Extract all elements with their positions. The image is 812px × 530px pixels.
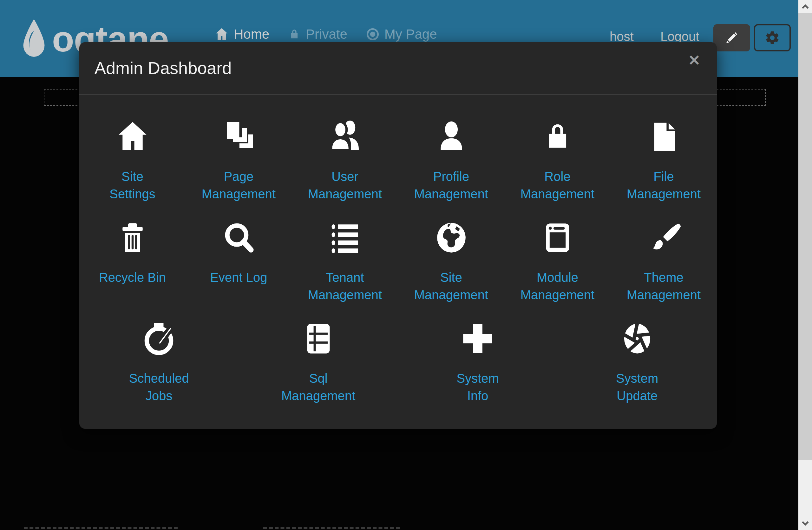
list-icon [327,220,363,256]
tile-label: SqlManagement [281,370,355,405]
tile-label: SystemUpdate [616,370,658,405]
spreadsheet-icon [301,321,336,356]
tile-label-line: Event Log [210,269,267,286]
admin-tile-recycle-bin[interactable]: Recycle Bin [79,220,186,304]
nav-item-private[interactable]: Private [288,27,347,42]
tile-label: Event Log [210,269,267,286]
admin-tile-system-info[interactable]: SystemInfo [398,321,557,405]
modal-header: Admin Dashboard ✕ [79,42,717,94]
admin-tile-sql-management[interactable]: SqlManagement [239,321,398,405]
tile-label-line: Sql [281,370,355,387]
browser-icon [540,220,575,256]
scrollbar-thumb[interactable] [798,13,812,460]
tile-label-line: Site [414,269,488,286]
admin-tile-user-management[interactable]: UserManagement [292,119,398,203]
tile-label-line: Management [627,185,701,203]
nav-item-my-page[interactable]: My Page [366,27,437,42]
droplet-logo-icon [20,18,47,65]
nav-label: Private [306,27,347,42]
tile-label-line: Recycle Bin [99,269,166,286]
brush-icon [646,220,682,256]
clipped-footer-fragment [24,527,178,529]
pencil-icon [724,30,739,45]
gear-icon [765,30,780,45]
chevron-down-icon [801,520,809,526]
record-icon [366,27,380,41]
admin-tile-module-management[interactable]: ModuleManagement [504,220,611,304]
admin-tile-row: ScheduledJobs SqlManagement SystemInfo S… [79,321,717,405]
tile-label-line: User [308,168,382,185]
clipped-footer-fragment [263,527,400,529]
tile-label-line: File [627,168,701,185]
admin-tile-role-management[interactable]: RoleManagement [504,119,611,203]
tile-label: ProfileManagement [414,168,488,203]
magnifying-glass-icon [221,220,257,256]
modal-title: Admin Dashboard [95,58,232,78]
tile-label: ScheduledJobs [129,370,189,405]
home-icon [214,27,229,42]
tile-label: PageManagement [202,168,276,203]
admin-tile-tenant-management[interactable]: TenantManagement [292,220,398,304]
admin-tile-profile-management[interactable]: ProfileManagement [398,119,504,203]
tile-label-line: Management [521,286,594,304]
admin-tile-site-settings[interactable]: SiteSettings [79,119,186,203]
close-icon[interactable]: ✕ [688,53,700,68]
admin-tile-row: SiteSettings PageManagement UserManageme… [79,119,717,203]
tile-label-line: Theme [627,269,701,286]
admin-tile-system-update[interactable]: SystemUpdate [557,321,717,405]
tile-label: ModuleManagement [521,269,594,304]
tile-label-line: Management [414,185,488,203]
nav-label: My Page [385,27,437,42]
vertical-scrollbar [798,0,812,530]
tile-label-line: Management [308,286,382,304]
file-icon [646,119,682,155]
scroll-down-button[interactable] [798,517,812,530]
admin-tile-theme-management[interactable]: ThemeManagement [611,220,717,304]
tile-label-line: Management [521,185,594,203]
tile-label: SiteSettings [110,168,156,203]
tile-label-line: System [457,370,499,387]
admin-dashboard-modal: Admin Dashboard ✕ SiteSettings PageManag… [79,42,717,429]
home-icon [115,119,150,155]
logout-link[interactable]: Logout [661,29,699,44]
tile-label: ThemeManagement [627,269,701,304]
tile-label-line: Jobs [129,387,189,405]
scroll-up-button[interactable] [798,0,812,13]
timer-icon [141,321,177,356]
tile-label-line: Scheduled [129,370,189,387]
nav-label: Home [234,27,269,42]
tile-label-line: Module [521,269,594,286]
aperture-icon [620,321,655,356]
person-icon [434,119,469,155]
edit-mode-button[interactable] [713,24,750,52]
tile-label: SystemInfo [457,370,499,405]
trash-icon [115,220,150,256]
tile-label-line: Settings [110,185,156,203]
layers-icon [221,119,257,155]
globe-icon [434,220,469,256]
tile-label-line: Management [202,185,276,203]
admin-tile-scheduled-jobs[interactable]: ScheduledJobs [79,321,239,405]
tile-label-line: System [616,370,658,387]
admin-tile-row: Recycle Bin Event Log TenantManagement S… [79,220,717,304]
tile-label-line: Profile [414,168,488,185]
tile-label: RoleManagement [521,168,594,203]
admin-tile-event-log[interactable]: Event Log [186,220,292,304]
tile-label-line: Management [281,387,355,405]
admin-tile-grid: SiteSettings PageManagement UserManageme… [79,95,717,405]
tile-label-line: Management [627,286,701,304]
admin-tile-file-management[interactable]: FileManagement [611,119,717,203]
settings-button[interactable] [754,24,791,52]
tile-label: TenantManagement [308,269,382,304]
lock-icon [540,119,575,155]
nav-item-home[interactable]: Home [214,27,269,42]
tile-label: SiteManagement [414,269,488,304]
tile-label-line: Update [616,387,658,405]
admin-tile-page-management[interactable]: PageManagement [186,119,292,203]
tile-label: UserManagement [308,168,382,203]
username-menu[interactable]: host [610,29,634,44]
tile-label-line: Info [457,387,499,405]
tile-label-line: Page [202,168,276,185]
admin-tile-site-management[interactable]: SiteManagement [398,220,504,304]
tile-label-line: Management [414,286,488,304]
